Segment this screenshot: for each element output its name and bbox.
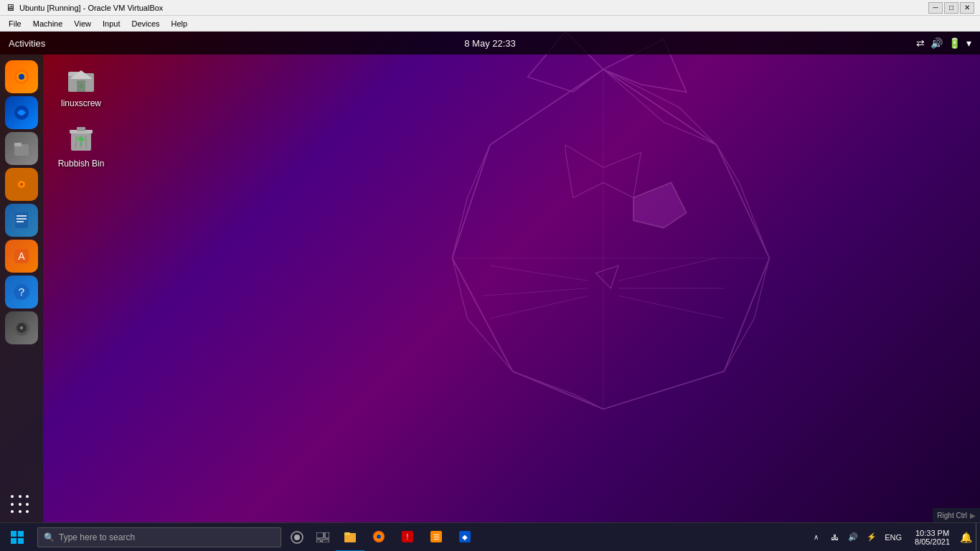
- ubuntu-topbar: Activities 8 May 22:33 ⇄ 🔊 🔋 ▾: [0, 32, 980, 55]
- dock-rhythmbox[interactable]: [5, 168, 38, 201]
- search-icon: 🔍: [44, 532, 55, 542]
- tray-lang[interactable]: ENG: [882, 533, 905, 542]
- svg-rect-53: [18, 538, 24, 544]
- taskbar-app-files[interactable]: [336, 523, 364, 552]
- tray-battery[interactable]: ⚡: [863, 523, 880, 552]
- svg-rect-46: [77, 127, 85, 131]
- tray-volume[interactable]: 🔊: [844, 523, 862, 552]
- show-desktop-button[interactable]: [976, 523, 980, 552]
- menu-file[interactable]: File: [3, 18, 27, 29]
- dock-dvd[interactable]: [5, 311, 38, 344]
- menu-devices[interactable]: Devices: [126, 18, 165, 29]
- trash-icon: [64, 121, 98, 155]
- svg-text:⌂: ⌂: [80, 83, 83, 89]
- vbox-titlebar-controls: ─ □ ✕: [928, 2, 974, 14]
- svg-line-16: [618, 296, 724, 319]
- svg-rect-52: [11, 538, 17, 544]
- dock-firefox[interactable]: [5, 60, 38, 93]
- svg-rect-30: [17, 215, 27, 217]
- close-button[interactable]: ✕: [960, 2, 974, 14]
- svg-rect-61: [344, 532, 350, 535]
- right-ctrl-bar: Right Ctrl ▶: [933, 508, 980, 522]
- home-folder-icon: ⌂: [64, 60, 98, 95]
- taskbar-app-red[interactable]: !: [393, 523, 422, 552]
- taskbar-clock[interactable]: 10:33 PM 8/05/2021: [909, 523, 956, 552]
- desktop-icons: ⌂ linuxscrew: [49, 60, 113, 181]
- dock-help[interactable]: ?: [5, 276, 38, 309]
- svg-marker-6: [452, 145, 490, 258]
- dock-appstore[interactable]: A: [5, 240, 38, 273]
- svg-marker-3: [724, 258, 769, 372]
- dock-files[interactable]: [5, 132, 38, 165]
- svg-rect-32: [17, 221, 24, 222]
- taskbar-time: 10:33 PM: [915, 529, 949, 537]
- vbox-titlebar: 🖥 Ubuntu [Running] - Oracle VM VirtualBo…: [0, 0, 980, 16]
- svg-line-11: [490, 265, 588, 281]
- win10-taskbar: 🔍 Type here to search: [0, 522, 980, 551]
- svg-rect-56: [316, 532, 324, 538]
- right-ctrl-text: Right Ctrl: [937, 512, 967, 519]
- svg-line-14: [618, 258, 717, 281]
- activities-button[interactable]: Activities: [9, 38, 45, 49]
- start-button[interactable]: [0, 523, 34, 552]
- taskbar-app-firefox[interactable]: [364, 523, 393, 552]
- svg-text:?: ?: [19, 286, 24, 298]
- desktop-icon-home[interactable]: ⌂ linuxscrew: [49, 60, 113, 109]
- taskbar-right-area: ∧ 🖧 🔊 ⚡ ENG 10:33 PM 8/05/2021 🔔: [804, 523, 980, 552]
- svg-rect-50: [11, 531, 17, 537]
- desktop-icon-trash[interactable]: Rubbish Bin: [49, 121, 113, 169]
- ubuntu-desktop: Activities 8 May 22:33 ⇄ 🔊 🔋 ▾: [0, 32, 980, 522]
- svg-rect-31: [17, 218, 27, 220]
- vbox-titlebar-left: 🖥 Ubuntu [Running] - Oracle VM VirtualBo…: [6, 2, 163, 13]
- topbar-right-icons: ⇄ 🔊 🔋 ▾: [916, 37, 971, 49]
- vbox-menubar: File Machine View Input Devices Help: [0, 16, 980, 32]
- taskbar-app-yellow[interactable]: ☰: [422, 523, 451, 552]
- minimize-button[interactable]: ─: [928, 2, 943, 14]
- svg-rect-29: [15, 212, 28, 228]
- svg-line-12: [482, 288, 588, 296]
- svg-marker-9: [633, 182, 687, 227]
- volume-icon[interactable]: 🔊: [930, 37, 943, 49]
- menu-input[interactable]: Input: [97, 18, 126, 29]
- dock-thunderbird[interactable]: [5, 96, 38, 129]
- maximize-button[interactable]: □: [944, 2, 958, 14]
- trash-icon-label: Rubbish Bin: [55, 158, 108, 169]
- svg-text:!: !: [407, 533, 409, 541]
- svg-rect-58: [316, 540, 321, 542]
- dock-writer[interactable]: [5, 204, 38, 237]
- svg-text:☰: ☰: [433, 533, 440, 541]
- svg-rect-25: [14, 143, 22, 146]
- task-view-button[interactable]: [310, 524, 336, 550]
- svg-text:◆: ◆: [462, 533, 468, 541]
- svg-rect-59: [322, 540, 329, 542]
- taskbar-app-blue[interactable]: ◆: [451, 523, 479, 552]
- right-ctrl-label: ▶: [970, 512, 976, 519]
- svg-rect-57: [325, 532, 329, 538]
- tray-icons: ∧ 🖧 🔊 ⚡ ENG: [804, 523, 908, 552]
- taskbar-date: 8/05/2021: [915, 537, 950, 546]
- tray-network[interactable]: 🖧: [826, 523, 843, 552]
- network-icon[interactable]: ⇄: [916, 37, 925, 49]
- system-menu-icon[interactable]: ▾: [966, 37, 971, 49]
- taskbar-search-bar[interactable]: 🔍 Type here to search: [37, 527, 281, 547]
- ubuntu-dock: A ?: [0, 55, 43, 522]
- svg-point-22: [19, 74, 24, 80]
- tray-chevron[interactable]: ∧: [807, 523, 824, 552]
- vbox-title-text: Ubuntu [Running] - Oracle VM VirtualBox: [19, 4, 163, 12]
- svg-rect-51: [18, 531, 24, 537]
- notification-icon[interactable]: 🔔: [957, 523, 974, 552]
- svg-text:A: A: [18, 250, 25, 262]
- battery-icon[interactable]: 🔋: [948, 37, 961, 49]
- svg-point-28: [20, 183, 23, 186]
- svg-marker-10: [595, 265, 618, 288]
- menu-machine[interactable]: Machine: [27, 18, 69, 29]
- menu-help[interactable]: Help: [166, 18, 194, 29]
- cortana-button[interactable]: [284, 524, 310, 550]
- svg-line-13: [490, 296, 588, 319]
- search-placeholder-text: Type here to search: [59, 532, 135, 542]
- svg-point-55: [294, 534, 300, 540]
- wallpaper-cat: [0, 32, 980, 522]
- topbar-clock[interactable]: 8 May 22:33: [464, 38, 516, 49]
- menu-view[interactable]: View: [68, 18, 97, 29]
- dock-show-apps[interactable]: [5, 489, 38, 522]
